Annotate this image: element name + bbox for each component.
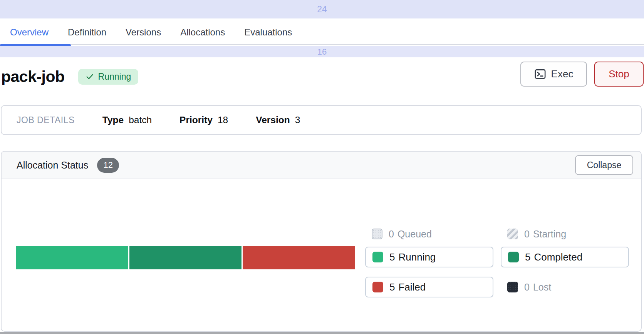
job-details-box: JOB DETAILS Type batch Priority 18 Versi…	[1, 105, 642, 135]
running-count: 5	[389, 251, 395, 263]
running-swatch-icon	[372, 252, 383, 262]
queued-label: Queued	[397, 229, 432, 240]
collapse-button[interactable]: Collapse	[575, 155, 633, 175]
completed-swatch-icon	[508, 252, 519, 262]
job-detail-priority: Priority 18	[179, 115, 228, 125]
check-icon	[86, 72, 94, 81]
priority-label: Priority	[179, 115, 213, 125]
failed-swatch-icon	[372, 282, 383, 292]
allocation-status-title: Allocation Status	[17, 160, 88, 171]
allocation-status-body: 0 Queued 0 Starting 5 Running 5 Complete…	[2, 179, 641, 331]
job-detail-type: Type batch	[102, 115, 152, 125]
legend-item-starting: 0 Starting	[501, 224, 629, 244]
legend-item-failed[interactable]: 5 Failed	[365, 277, 493, 297]
allocation-count-badge: 12	[97, 158, 119, 173]
allocation-stacked-bar	[16, 246, 355, 269]
lost-label: Lost	[533, 282, 551, 293]
legend-item-lost: 0 Lost	[501, 277, 629, 297]
lost-swatch-icon	[507, 282, 518, 292]
completed-label: Completed	[534, 251, 582, 263]
type-value: batch	[129, 115, 152, 125]
bar-segment-completed[interactable]	[129, 246, 242, 269]
type-label: Type	[102, 115, 124, 125]
job-detail-version: Version 3	[256, 115, 300, 125]
middle-spacer-bar: 16	[0, 46, 644, 57]
completed-count: 5	[525, 251, 530, 263]
stop-button-label: Stop	[609, 68, 629, 80]
legend-item-completed[interactable]: 5 Completed	[501, 247, 629, 267]
job-details-label: JOB DETAILS	[17, 115, 75, 125]
allocation-status-panel: Allocation Status 12 Collapse 0 Queued 0…	[1, 151, 642, 332]
starting-label: Starting	[533, 229, 566, 240]
tab-versions[interactable]: Versions	[116, 27, 171, 38]
page-title: pack-job	[1, 68, 65, 86]
failed-count: 5	[389, 281, 395, 293]
lost-count: 0	[524, 282, 530, 293]
starting-count: 0	[524, 229, 530, 240]
active-tab-underline	[0, 44, 71, 46]
exec-button[interactable]: Exec	[520, 62, 587, 87]
stop-button[interactable]: Stop	[594, 62, 644, 87]
tab-evaluations[interactable]: Evaluations	[235, 27, 302, 38]
job-tab-bar: Overview Definition Versions Allocations…	[0, 18, 644, 46]
version-label: Version	[256, 115, 290, 125]
allocation-status-header: Allocation Status 12 Collapse	[2, 152, 641, 179]
tab-allocations[interactable]: Allocations	[171, 27, 235, 38]
starting-swatch-icon	[507, 229, 518, 239]
tab-definition[interactable]: Definition	[58, 27, 116, 38]
status-badge: Running	[78, 69, 139, 85]
failed-label: Failed	[398, 281, 426, 293]
top-spacer-label: 24	[317, 4, 327, 15]
bar-segment-failed[interactable]	[243, 246, 355, 269]
exec-button-label: Exec	[551, 68, 574, 80]
legend-item-running[interactable]: 5 Running	[365, 247, 493, 267]
priority-value: 18	[218, 115, 228, 125]
bar-segment-running[interactable]	[16, 246, 128, 269]
queued-swatch-icon	[372, 229, 382, 239]
terminal-icon	[534, 68, 546, 80]
queued-count: 0	[389, 229, 394, 240]
status-badge-label: Running	[98, 72, 131, 82]
bottom-divider	[0, 332, 644, 334]
middle-spacer-label: 16	[317, 47, 327, 57]
top-spacer-bar: 24	[0, 0, 644, 18]
version-value: 3	[295, 115, 300, 125]
tab-overview[interactable]: Overview	[0, 27, 58, 38]
legend-item-queued: 0 Queued	[365, 224, 493, 244]
running-label: Running	[398, 251, 436, 263]
